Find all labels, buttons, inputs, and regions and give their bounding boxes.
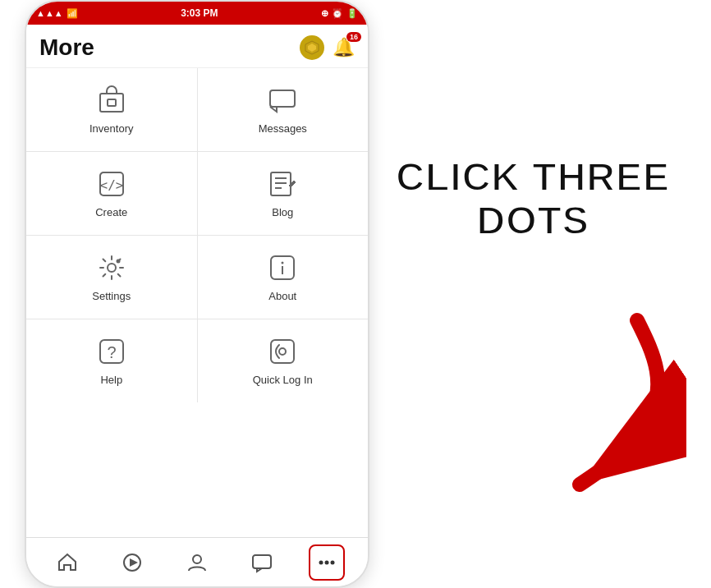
quicklogin-item[interactable]: Quick Log In (198, 319, 369, 402)
wifi-icon: 📶 (67, 8, 78, 19)
svg-rect-2 (100, 94, 123, 112)
svg-rect-18 (271, 340, 294, 363)
svg-point-15 (282, 262, 284, 264)
quicklogin-icon (267, 336, 298, 367)
blog-icon (267, 168, 298, 200)
arrow-annotation (506, 304, 686, 496)
status-right: ⊕ ⏰ 🔋 (321, 8, 358, 19)
svg-point-26 (331, 560, 335, 564)
inventory-item[interactable]: Inventory (26, 68, 197, 151)
annotation-line1: CLICK THREE (396, 156, 670, 200)
page-title: More (39, 34, 94, 61)
location-icon: ⊕ (321, 8, 328, 19)
nav-chat[interactable] (244, 544, 280, 581)
svg-point-25 (325, 560, 329, 564)
notification-button[interactable]: 🔔 16 (333, 37, 355, 58)
status-bar: ▲▲▲ 📶 3:03 PM ⊕ ⏰ 🔋 (26, 2, 368, 25)
create-icon: </> (96, 168, 127, 200)
svg-text:</>: </> (99, 177, 123, 193)
robux-button[interactable] (300, 35, 324, 60)
svg-text:?: ? (107, 343, 116, 361)
about-icon (267, 252, 298, 283)
header-icons: 🔔 16 (300, 35, 355, 60)
svg-point-19 (279, 348, 286, 355)
nav-play[interactable] (114, 544, 150, 581)
about-label: About (268, 290, 296, 302)
alarm-icon: ⏰ (332, 8, 343, 19)
page-header: More 🔔 16 (26, 25, 368, 68)
help-icon: ? (96, 336, 127, 367)
svg-point-22 (193, 555, 201, 563)
help-item[interactable]: ? Help (26, 319, 197, 402)
svg-rect-3 (108, 99, 116, 106)
svg-point-24 (319, 560, 323, 564)
status-time: 3:03 PM (181, 7, 218, 19)
annotation-line2: DOTS (396, 200, 670, 243)
battery-icon: 🔋 (346, 8, 358, 19)
messages-label: Messages (259, 122, 307, 135)
signal-icon: ▲▲▲ (36, 8, 63, 18)
status-left: ▲▲▲ 📶 (36, 8, 78, 19)
nav-avatar[interactable] (179, 544, 215, 581)
settings-icon (96, 252, 127, 283)
nav-more[interactable] (309, 544, 345, 581)
phone-frame: ▲▲▲ 📶 3:03 PM ⊕ ⏰ 🔋 More 🔔 16 (25, 0, 369, 588)
create-label: Create (95, 206, 127, 218)
nav-home[interactable] (49, 544, 85, 581)
menu-grid: Inventory Messages </> (26, 68, 368, 402)
messages-item[interactable]: Messages (198, 68, 369, 151)
svg-rect-23 (253, 555, 271, 568)
notification-badge: 16 (346, 32, 361, 42)
svg-rect-4 (270, 90, 295, 107)
help-label: Help (100, 374, 122, 386)
blog-label: Blog (272, 206, 293, 218)
messages-icon (267, 85, 298, 116)
arrow-svg (506, 304, 686, 493)
content-area: Inventory Messages </> (26, 68, 368, 537)
about-item[interactable]: About (198, 236, 369, 319)
settings-label: Settings (92, 290, 131, 302)
svg-marker-21 (130, 558, 138, 567)
blog-item[interactable]: Blog (198, 152, 369, 235)
svg-point-11 (108, 264, 116, 272)
svg-point-12 (116, 260, 120, 264)
quicklogin-label: Quick Log In (253, 374, 313, 386)
settings-item[interactable]: Settings (26, 236, 197, 319)
inventory-label: Inventory (89, 122, 133, 135)
create-item[interactable]: </> Create (26, 152, 197, 235)
annotation-text: CLICK THREE DOTS (396, 156, 670, 243)
inventory-icon (96, 85, 127, 116)
bottom-nav (26, 537, 368, 586)
